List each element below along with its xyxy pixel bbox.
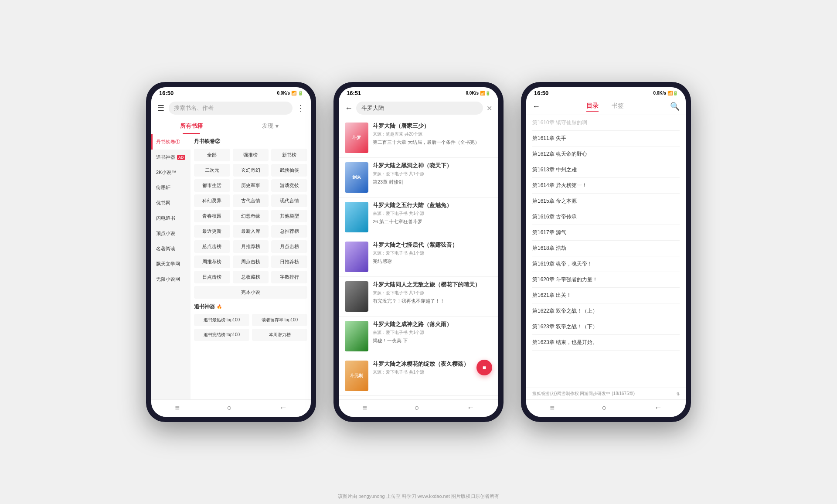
chapter-item[interactable]: 第1611章 失手	[532, 131, 680, 146]
category-btn[interactable]: 现代言情	[271, 194, 307, 207]
category-btn[interactable]: 科幻灵异	[194, 194, 230, 207]
nav-back[interactable]: ←	[279, 403, 287, 412]
category-btn[interactable]: 最近更新	[194, 225, 230, 238]
sidebar-item-5[interactable]: 闪电追书	[151, 211, 191, 226]
nav-home[interactable]: ○	[227, 403, 232, 412]
nav-bar-1: ≡ ○ ←	[151, 399, 311, 417]
category-btn[interactable]: 都市生活	[194, 179, 230, 192]
category-btn[interactable]: 最新入库	[233, 225, 269, 238]
p3-search-icon[interactable]: 🔍	[670, 102, 680, 111]
nav-menu[interactable]: ≡	[175, 403, 180, 412]
category-btn-all[interactable]: 完本小说	[194, 286, 307, 299]
category-btn[interactable]: 幻想奇缘	[233, 210, 269, 222]
search-result-item[interactable]: 斗罗大陆之五行大陆（蓝魅兔）来源：爱下电子书 共1个源26.第二十七章狂兽斗罗	[339, 198, 498, 237]
nav-menu-3[interactable]: ≡	[550, 403, 555, 412]
menu-icon[interactable]: ☰	[157, 103, 164, 113]
chapter-item[interactable]: 第1620章 斗帝强者的力量！	[532, 272, 680, 288]
nav-home-2[interactable]: ○	[415, 403, 419, 412]
p2-search-box[interactable]: 斗罗大陆	[356, 102, 483, 115]
fab-button[interactable]: ■	[476, 360, 492, 375]
sort-icon[interactable]: ⇅	[676, 392, 680, 396]
category-btn[interactable]: 全部	[194, 149, 230, 161]
sidebar-item-1[interactable]: 追书神器 AD	[151, 150, 191, 165]
category-btn[interactable]: 总收藏榜	[233, 271, 269, 283]
category-grid: 全部强推榜新书榜二次元玄幻奇幻武侠仙侠都市生活历史军事游戏竞技科幻灵异古代言情现…	[194, 149, 307, 299]
nav-menu-2[interactable]: ≡	[362, 403, 367, 412]
p3-back-icon[interactable]: ←	[532, 102, 540, 111]
more-icon[interactable]: ⋮	[297, 103, 305, 113]
category-btn[interactable]: 玄幻奇幻	[233, 164, 269, 177]
search-result-item[interactable]: 斗元制斗罗大陆之冰樱花的绽放（夜久樱殇）来源：爱下电子书 共1个源	[339, 356, 498, 396]
clear-icon[interactable]: ✕	[487, 104, 492, 112]
chapter-item[interactable]: 第1615章 帝之本源	[532, 194, 680, 209]
category-btn[interactable]: 古代言情	[233, 194, 269, 207]
sidebar-item-2[interactable]: 2K小说™	[151, 165, 191, 180]
back-icon[interactable]: ←	[345, 104, 353, 113]
footer-text: 搜狐畅游伏{}网游制作权 网游同步研发中 (18/1675章)	[532, 391, 635, 397]
tab-all-books[interactable]: 所有书籍	[151, 118, 231, 134]
search-result-item[interactable]: 斗罗大陆之七怪后代（紫露弦音）来源：爱下电子书 共1个源完结感谢	[339, 237, 498, 277]
section-title-2: 追书神器 🔥	[194, 303, 307, 310]
category-btn[interactable]: 总推荐榜	[271, 225, 307, 238]
category-btn[interactable]: 强推榜	[233, 149, 269, 161]
chapter-item[interactable]: 第1623章 结束，也是开始。	[532, 335, 680, 351]
category-btn[interactable]: 周推荐榜	[194, 255, 230, 268]
book-source: 来源：笔趣库④ 共20个源	[373, 131, 492, 137]
chapter-item[interactable]: 第1612章 魂天帝的野心	[532, 146, 680, 162]
book-title: 斗罗大陆同人之无敌之旅（樱花下的晴天）	[373, 281, 492, 289]
category-btn[interactable]: 月推荐榜	[233, 240, 269, 253]
book-title: 斗罗大陆之七怪后代（紫露弦音）	[373, 242, 492, 249]
sidebar-item-9[interactable]: 无限小说网	[151, 272, 191, 287]
category-btn[interactable]: 历史军事	[233, 179, 269, 192]
search-result-item[interactable]: 斗罗大陆之成神之路（落火雨）来源：爱下电子书 共1个源揭秘！一夜莫 下	[339, 317, 498, 356]
sidebar-item-6[interactable]: 顶点小说	[151, 226, 191, 241]
sidebar-item-4[interactable]: 优书网	[151, 195, 191, 211]
category-btn[interactable]: 总点击榜	[194, 240, 230, 253]
nav-back-3[interactable]: ←	[654, 403, 662, 412]
category-btn[interactable]: 周点击榜	[233, 255, 269, 268]
chapter-item[interactable]: 第1618章 浩劫	[532, 241, 680, 256]
category-btn[interactable]: 青春校园	[194, 210, 230, 222]
chapter-item[interactable]: 第1616章 古帝传承	[532, 209, 680, 225]
chapter-item[interactable]: 第1623章 双帝之战！（下）	[532, 319, 680, 335]
tab-toc[interactable]: 目录	[586, 102, 599, 111]
category-btn[interactable]: 新书榜	[271, 149, 307, 161]
book-source: 来源：爱下电子书 共1个源	[373, 211, 492, 217]
chapter-item[interactable]: 第1613章 中州之难	[532, 162, 680, 178]
nav-home-3[interactable]: ○	[602, 403, 607, 412]
category-btn[interactable]: 日推荐榜	[271, 255, 307, 268]
chapter-item[interactable]: 第1617章 源气	[532, 225, 680, 241]
book-source: 来源：爱下电子书 共1个源	[373, 290, 492, 296]
chapter-item[interactable]: 第1610章 镇守仙脉的啊	[532, 115, 680, 131]
category-btn[interactable]: 月点击榜	[271, 240, 307, 253]
sidebar-item-8[interactable]: 飘天文学网	[151, 256, 191, 272]
nav-bar-3: ≡ ○ ←	[526, 399, 686, 417]
sidebar-item-3[interactable]: 衍墨轩	[151, 180, 191, 195]
search-box[interactable]: 搜索书名、作者	[169, 102, 293, 115]
sidebar-item-0[interactable]: 丹书铁卷①	[151, 134, 191, 150]
book-cover	[345, 281, 368, 312]
category-btn[interactable]: 武侠仙侠	[271, 164, 307, 177]
rank-btn[interactable]: 追书最热榜 top100	[194, 314, 249, 326]
category-btn[interactable]: 字数排行	[271, 271, 307, 283]
tab-bookmark[interactable]: 书签	[612, 102, 624, 111]
chapter-item[interactable]: 第1619章 魂帝，魂天帝！	[532, 256, 680, 272]
search-result-item[interactable]: 剑来斗罗大陆之黑洞之神（晓天下）来源：爱下电子书 共1个源第23章 封修剑	[339, 158, 498, 198]
category-btn[interactable]: 日点击榜	[194, 271, 230, 283]
tab-discover[interactable]: 发现 ▼	[231, 118, 311, 134]
chapter-item[interactable]: 第1621章 出关！	[532, 288, 680, 303]
search-result-item[interactable]: 斗罗大陆同人之无敌之旅（樱花下的晴天）来源：爱下电子书 共1个源有完没完？！我再…	[339, 277, 498, 317]
category-btn[interactable]: 其他类型	[271, 210, 307, 222]
category-btn[interactable]: 游戏竞技	[271, 179, 307, 192]
sidebar-item-7[interactable]: 名著阅读	[151, 241, 191, 256]
book-chapter: 完结感谢	[373, 258, 492, 265]
rank-btn[interactable]: 读者留存率 top100	[252, 314, 307, 326]
chapter-item[interactable]: 第1614章 异火榜第一！	[532, 178, 680, 194]
search-result-item[interactable]: 斗罗斗罗大陆（唐家三少）来源：笔趣库④ 共20个源第二百三十六章 大结局，最后一…	[339, 118, 498, 158]
category-btn[interactable]: 二次元	[194, 164, 230, 177]
chapter-item[interactable]: 第1622章 双帝之战！（上）	[532, 303, 680, 319]
rank-btn[interactable]: 追书完结榜 top100	[194, 329, 249, 341]
nav-back-2[interactable]: ←	[467, 403, 475, 412]
rank-btn[interactable]: 本周潜力榜	[252, 329, 307, 341]
book-cover: 斗元制	[345, 361, 368, 391]
